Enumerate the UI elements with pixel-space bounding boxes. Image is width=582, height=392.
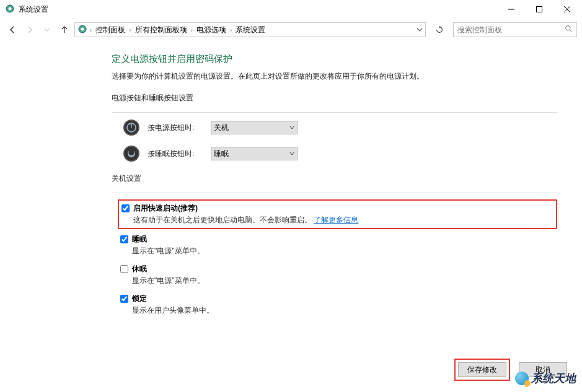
window-title: 系统设置 — [19, 4, 48, 15]
option-desc: 显示在"电源"菜单中。 — [132, 246, 555, 256]
nav-back-button[interactable] — [5, 22, 20, 37]
option-desc: 显示在"电源"菜单中。 — [132, 276, 555, 286]
globe-icon — [515, 372, 529, 385]
svg-point-15 — [125, 147, 138, 160]
sleep-button-label: 按睡眠按钮时: — [148, 149, 203, 159]
nav-recent-button[interactable] — [40, 22, 55, 37]
chevron-down-icon — [289, 151, 294, 156]
option-lock: 锁定 显示在用户头像菜单中。 — [118, 291, 557, 318]
svg-rect-3 — [536, 7, 542, 12]
option-desc: 这有助于在关机之后更快地启动电脑。不会影响重启。 — [133, 216, 312, 224]
chevron-down-icon — [289, 125, 294, 130]
svg-point-8 — [566, 26, 570, 30]
breadcrumb-item[interactable]: 控制面板 — [93, 25, 128, 35]
option-label: 锁定 — [132, 294, 147, 304]
breadcrumb-sep: › — [128, 27, 132, 33]
section-title-shutdown: 关机设置 — [112, 173, 557, 186]
watermark-text: 系统天地 — [531, 371, 576, 386]
power-button-label: 按电源按钮时: — [148, 123, 203, 133]
titlebar: 系统设置 — [0, 0, 582, 19]
checkbox-lock[interactable] — [120, 295, 128, 303]
sleep-button-select[interactable]: 睡眠 — [211, 147, 298, 160]
option-label: 休眠 — [132, 264, 147, 274]
power-button-value: 关机 — [214, 123, 229, 133]
watermark: 系统天地 — [515, 371, 576, 386]
navbar: › 控制面板 › 所有控制面板项 › 电源选项 › 系统设置 — [0, 19, 582, 41]
minimize-button[interactable] — [497, 0, 525, 19]
breadcrumb-sep: › — [89, 27, 93, 33]
svg-line-9 — [570, 30, 571, 32]
app-icon — [5, 4, 15, 15]
learn-more-link[interactable]: 了解更多信息 — [314, 216, 358, 224]
page-desc: 选择要为你的计算机设置的电源设置。在此页上对设置所做的更改将应用于你所有的电源计… — [112, 71, 557, 82]
search-box[interactable] — [453, 22, 577, 37]
search-input[interactable] — [457, 25, 565, 34]
power-button-select[interactable]: 关机 — [211, 121, 298, 134]
sleep-button-value: 睡眠 — [214, 149, 229, 159]
checkbox-fast-startup[interactable] — [121, 204, 130, 212]
nav-forward-button[interactable] — [22, 22, 37, 37]
breadcrumb-icon — [77, 24, 87, 36]
option-hibernate: 休眠 显示在"电源"菜单中。 — [118, 261, 557, 289]
page-title: 定义电源按钮并启用密码保护 — [112, 53, 557, 65]
svg-point-1 — [9, 7, 12, 10]
breadcrumb[interactable]: › 控制面板 › 所有控制面板项 › 电源选项 › 系统设置 — [74, 22, 426, 37]
option-sleep: 睡眠 显示在"电源"菜单中。 — [118, 232, 557, 259]
sleep-icon — [123, 145, 140, 162]
sleep-button-row: 按睡眠按钮时: 睡眠 — [123, 145, 557, 162]
breadcrumb-sep: › — [190, 27, 194, 33]
svg-point-7 — [81, 27, 84, 30]
breadcrumb-sep: › — [229, 27, 233, 33]
nav-up-button[interactable] — [57, 22, 72, 37]
save-button[interactable]: 保存修改 — [458, 362, 506, 377]
option-fast-startup: 启用快速启动(推荐) 这有助于在关机之后更快地启动电脑。不会影响重启。 了解更多… — [118, 199, 557, 229]
option-label: 睡眠 — [132, 234, 147, 245]
chevron-down-icon[interactable] — [417, 27, 423, 33]
close-button[interactable] — [553, 0, 581, 19]
breadcrumb-item[interactable]: 系统设置 — [233, 25, 268, 35]
breadcrumb-item[interactable]: 电源选项 — [194, 25, 229, 35]
option-label: 启用快速启动(推荐) — [133, 203, 198, 214]
checkbox-hibernate[interactable] — [120, 265, 128, 273]
checkbox-sleep[interactable] — [120, 235, 128, 243]
content: 定义电源按钮并启用密码保护 选择要为你的计算机设置的电源设置。在此页上对设置所做… — [0, 41, 582, 318]
section-title-buttons: 电源按钮和睡眠按钮设置 — [112, 93, 557, 106]
search-icon — [565, 25, 573, 35]
power-button-row: 按电源按钮时: 关机 — [123, 119, 557, 136]
power-icon — [123, 119, 140, 136]
option-desc: 显示在用户头像菜单中。 — [132, 305, 555, 316]
maximize-button[interactable] — [525, 0, 553, 19]
breadcrumb-item[interactable]: 所有控制面板项 — [133, 25, 190, 35]
refresh-button[interactable] — [431, 22, 448, 37]
